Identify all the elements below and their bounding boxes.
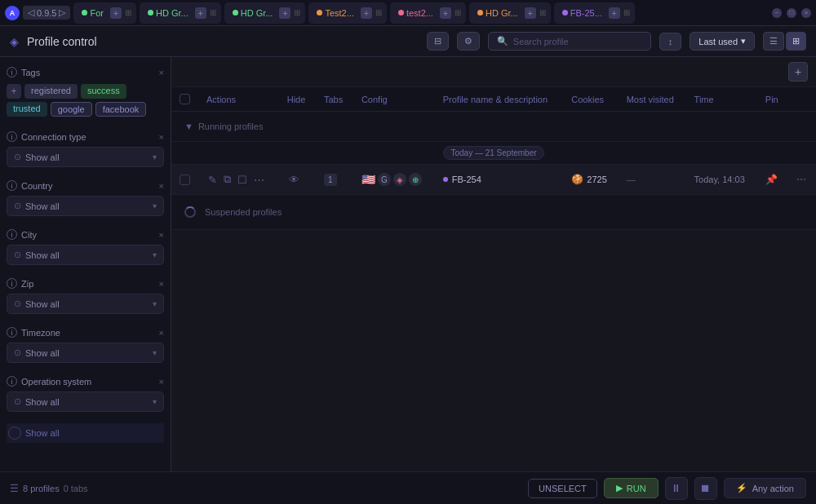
sidebar-section-timezone: i Timezone × ⊙ Show all ▾: [7, 325, 164, 363]
tab-grid-icon-3[interactable]: ⊞: [292, 8, 302, 17]
stop-button[interactable]: ⏹: [694, 477, 717, 500]
globe-icon: ⊙: [14, 152, 21, 162]
tag-facebook[interactable]: facebook: [95, 102, 147, 117]
tab-group-3: HD Gr... + ⊞: [224, 2, 306, 24]
sidebar-section-zip: i Zip × ⊙ Show all ▾: [7, 276, 164, 314]
tab-grid-icon-6[interactable]: ⊞: [538, 8, 548, 17]
sort-icon: ↕: [668, 37, 673, 46]
os-header: i Operation system ×: [7, 374, 164, 388]
tab-grid-icon-4[interactable]: ⊞: [374, 8, 384, 17]
sidebar-section-tags: i Tags × + registered success trusted go…: [7, 65, 164, 118]
empty-row-4: [171, 303, 816, 328]
zip-label: Zip: [21, 279, 33, 289]
tab-for[interactable]: For: [77, 7, 109, 20]
pin-icon[interactable]: 📌: [765, 174, 778, 185]
show-all-button[interactable]: Show all: [7, 423, 164, 443]
view-grid-button[interactable]: ⊞: [786, 32, 806, 51]
country-close-icon[interactable]: ×: [159, 181, 164, 191]
run-button[interactable]: ▶ RUN: [604, 478, 659, 498]
timezone-dropdown[interactable]: ⊙ Show all ▾: [7, 343, 164, 363]
version-badge: ◁ 0.9.5 ▷: [23, 6, 70, 20]
tab-grid-icon-5[interactable]: ⊞: [453, 8, 463, 17]
maximize-button[interactable]: □: [787, 8, 796, 18]
tab-add-btn-6[interactable]: +: [525, 7, 536, 19]
tab-dot: [148, 10, 153, 15]
os-close-icon[interactable]: ×: [159, 377, 164, 387]
row-checkbox[interactable]: [180, 175, 190, 185]
date-badge: Today — 21 September: [443, 146, 543, 160]
header-checkbox[interactable]: [180, 94, 190, 104]
pause-button[interactable]: ⏸: [665, 477, 688, 500]
tab-grid-icon-1[interactable]: ⊞: [123, 8, 133, 17]
os-dropdown[interactable]: ⊙ Show all ▾: [7, 391, 164, 412]
tag-add-button[interactable]: +: [7, 84, 21, 99]
search-bar[interactable]: 🔍 Search profile: [488, 32, 651, 51]
tags-close-icon[interactable]: ×: [159, 68, 164, 77]
profile-control-icon: ◈: [10, 35, 19, 48]
add-profile-button[interactable]: +: [788, 62, 808, 82]
running-profiles-label: ▼ Running profiles: [171, 112, 816, 142]
tab-label: For: [90, 8, 104, 18]
profile-count: ☰ 8 profiles 0 tabs: [10, 483, 88, 494]
tag-success[interactable]: success: [81, 84, 126, 99]
close-button[interactable]: ×: [801, 8, 811, 18]
tab-grid-icon-7[interactable]: ⊞: [622, 8, 632, 17]
tab-dot: [477, 10, 483, 15]
any-action-button[interactable]: ⚡ Any action: [724, 478, 806, 498]
tab-add-btn-4[interactable]: +: [361, 7, 372, 19]
tab-label: test2...: [406, 8, 433, 18]
tab-hd2[interactable]: HD Gr...: [228, 7, 278, 20]
tab-fb25[interactable]: FB-25...: [557, 7, 607, 20]
more-actions-icon[interactable]: ⋯: [252, 172, 266, 188]
collapse-icon[interactable]: ▼: [184, 122, 193, 131]
zip-icon: ⊙: [14, 298, 21, 309]
connection-type-close-icon[interactable]: ×: [159, 132, 164, 142]
run-label: RUN: [627, 484, 646, 493]
view-list-button[interactable]: ☰: [763, 32, 784, 51]
tag-google[interactable]: google: [51, 102, 92, 117]
sort-dropdown[interactable]: Last used ▾: [690, 32, 755, 51]
chevron-down-icon: ▾: [153, 201, 157, 210]
city-dropdown[interactable]: ⊙ Show all ▾: [7, 245, 164, 265]
delete-icon[interactable]: ☐: [236, 172, 249, 188]
row-more-icon[interactable]: ⋯: [796, 174, 806, 185]
hide-icon[interactable]: 👁: [287, 172, 301, 188]
zip-close-icon[interactable]: ×: [159, 279, 164, 289]
tag-trusted[interactable]: trusted: [7, 102, 47, 117]
zip-dropdown[interactable]: ⊙ Show all ▾: [7, 294, 164, 314]
tab-grid-icon-2[interactable]: ⊞: [208, 8, 218, 17]
settings-button[interactable]: ⚙: [457, 32, 480, 51]
tab-add-btn-7[interactable]: +: [609, 7, 620, 19]
chevron-down-icon: ▾: [741, 36, 746, 46]
flag-icon: ⊙: [14, 201, 21, 211]
connection-type-header: i Connection type ×: [7, 130, 164, 144]
timezone-close-icon[interactable]: ×: [159, 328, 164, 338]
tab-add-btn-1[interactable]: +: [110, 7, 122, 19]
row-pin-cell: 📌: [757, 165, 788, 195]
tab-add-btn-3[interactable]: +: [279, 7, 290, 19]
connection-type-info-icon: i: [7, 131, 17, 142]
tab-add-btn-5[interactable]: +: [440, 7, 451, 19]
row-hide-cell: 👁: [279, 165, 316, 195]
os-icon: ⊙: [14, 396, 21, 407]
clone-icon[interactable]: ⧉: [222, 171, 233, 188]
tab-test2[interactable]: Test2...: [312, 7, 358, 20]
city-close-icon[interactable]: ×: [159, 230, 164, 240]
edit-icon[interactable]: ✎: [206, 172, 219, 188]
unselect-button[interactable]: UNSELECT: [528, 479, 597, 498]
connection-type-dropdown[interactable]: ⊙ Show all ▾: [7, 147, 164, 167]
tab-label: HD Gr...: [156, 8, 188, 18]
browser-icon-1: G: [378, 173, 391, 186]
tab-label: FB-25...: [570, 8, 602, 18]
sort-direction-button[interactable]: ↕: [659, 33, 682, 51]
connection-type-value: Show all: [25, 153, 149, 162]
minimize-button[interactable]: −: [772, 8, 782, 18]
tab-test2b[interactable]: test2...: [393, 7, 438, 20]
tab-hd1[interactable]: HD Gr...: [143, 7, 193, 20]
tab-add-btn-2[interactable]: +: [195, 7, 206, 19]
country-dropdown[interactable]: ⊙ Show all ▾: [7, 196, 164, 216]
tag-registered[interactable]: registered: [24, 84, 78, 99]
tab-hd3[interactable]: HD Gr...: [472, 7, 523, 20]
filter-button[interactable]: ⊟: [427, 32, 449, 51]
version-text: 0.9.5: [37, 8, 56, 18]
